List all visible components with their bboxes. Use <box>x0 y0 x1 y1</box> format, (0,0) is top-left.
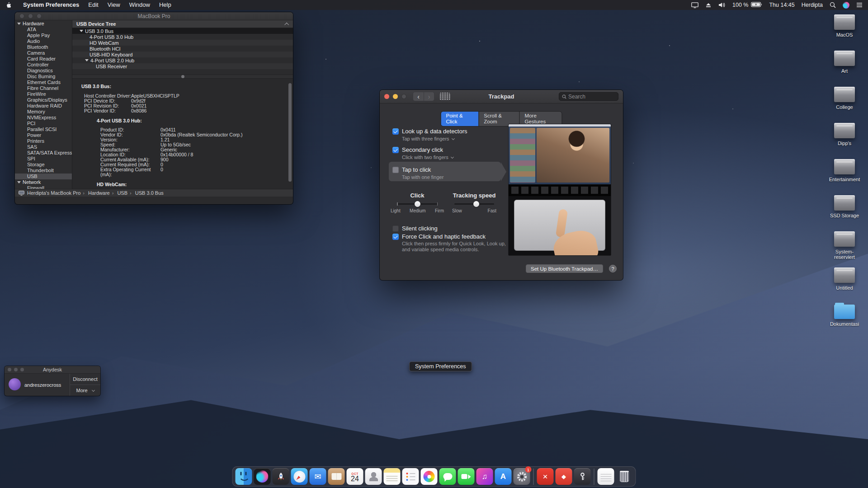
desktop-icon[interactable]: System-reserviert <box>827 230 862 266</box>
desktop-icon[interactable]: Untitled <box>834 266 855 302</box>
disclosure-triangle-icon[interactable] <box>85 59 89 61</box>
forward-button[interactable]: › <box>424 92 434 101</box>
sidebar-item[interactable]: Storage <box>15 162 72 168</box>
dock-icon-key-tool[interactable] <box>574 468 591 485</box>
details-scrollbar-thumb[interactable] <box>288 83 292 182</box>
sidebar-item[interactable]: Parallel SCSI <box>15 127 72 132</box>
tree-row[interactable]: HD WebCam <box>72 40 293 46</box>
secondary-click-checkbox[interactable] <box>392 147 399 153</box>
dock-icon-textedit[interactable] <box>598 468 614 485</box>
sidebar-item[interactable]: Disc Burning <box>15 74 72 80</box>
search-input[interactable] <box>568 94 615 100</box>
sidebar-section-network[interactable]: Network <box>15 179 72 185</box>
menu-item[interactable]: Edit <box>84 0 103 10</box>
dock-icon-itunes[interactable]: ♫ <box>476 468 493 485</box>
dock-icon-trash[interactable] <box>616 468 633 485</box>
sidebar-item[interactable]: Printers <box>15 138 72 144</box>
sidebar-item[interactable]: Thunderbolt <box>15 168 72 174</box>
tap-to-click-checkbox[interactable] <box>392 167 399 173</box>
tree-row[interactable]: 4-Port USB 2.0 Hub <box>72 57 293 63</box>
clock[interactable]: Thu 14:45 <box>769 2 794 8</box>
eject-icon[interactable] <box>705 2 712 8</box>
sidebar-item[interactable]: Graphics/Displays <box>15 97 72 103</box>
sidebar-item[interactable]: Card Reader <box>15 56 72 62</box>
dock-icon-safari[interactable] <box>291 468 308 485</box>
minimize-button[interactable] <box>393 94 398 99</box>
sidebar-item[interactable]: PCI <box>15 121 72 127</box>
anydesk-titlebar[interactable]: Anydesk <box>5 366 100 374</box>
desktop-icon[interactable]: Dipp's <box>834 121 855 157</box>
sidebar-item[interactable]: NVMExpress <box>15 115 72 121</box>
dock-icon-adobe-app-1[interactable]: × <box>537 468 554 485</box>
desktop-icon[interactable]: Entertainment <box>829 157 860 193</box>
dock-icon-app-store[interactable]: A <box>495 468 512 485</box>
dock-icon-messages[interactable] <box>439 468 456 485</box>
setup-bluetooth-trackpad-button[interactable]: Set Up Bluetooth Trackpad… <box>526 264 603 273</box>
dock-icon-photos[interactable] <box>421 468 438 485</box>
disclosure-triangle-icon[interactable] <box>80 30 83 32</box>
back-button[interactable]: ‹ <box>413 92 424 101</box>
dock-icon-books[interactable] <box>328 468 345 485</box>
tracking-slider-knob[interactable] <box>473 201 479 207</box>
dock-icon-launchpad[interactable] <box>273 468 289 485</box>
option-setting-dropdown[interactable]: Click with two fingers <box>402 155 453 160</box>
desktop-icon[interactable]: MacOS <box>834 13 855 49</box>
dock-icon-calendar[interactable]: OCT 24 <box>347 468 363 485</box>
sidebar-item[interactable]: SATA/SATA Express <box>15 150 72 156</box>
desktop-icon[interactable]: SSD Storage <box>830 193 859 230</box>
sidebar-item[interactable]: Apple Pay <box>15 33 72 38</box>
sidebar-item[interactable]: Memory <box>15 109 72 115</box>
dock-icon-facetime[interactable] <box>458 468 475 485</box>
tree-row[interactable]: USB-HID Keyboard <box>72 52 293 57</box>
zoom-button[interactable] <box>401 94 406 99</box>
sidebar-item[interactable]: Audio <box>15 38 72 44</box>
user-name[interactable]: Herdipta <box>802 2 823 8</box>
notification-center-icon[interactable] <box>856 2 863 8</box>
tree-row[interactable]: Bluetooth HCI <box>72 46 293 52</box>
sidebar-item[interactable]: Firewall <box>15 185 72 189</box>
more-button[interactable]: More <box>70 385 100 396</box>
desktop-icon[interactable]: College <box>834 85 855 121</box>
sidebar-item[interactable]: Fibre Channel <box>15 85 72 91</box>
menu-item[interactable]: Help <box>155 0 176 10</box>
sidebar-item[interactable]: Controller <box>15 62 72 68</box>
desktop-icon[interactable]: Art <box>834 49 855 85</box>
system-information-titlebar[interactable]: MacBook Pro <box>15 12 293 20</box>
disconnect-button[interactable]: Disconnect <box>70 374 100 385</box>
tree-row[interactable]: USB Receiver <box>72 63 293 69</box>
help-button[interactable]: ? <box>609 265 617 272</box>
disclosure-triangle-icon[interactable] <box>17 181 21 183</box>
desktop-icon[interactable]: Dokumentasi <box>830 302 859 338</box>
dock-icon-contacts[interactable] <box>365 468 382 485</box>
sidebar-item[interactable]: ATA <box>15 27 72 33</box>
dock-icon-adobe-app-2[interactable]: ◆ <box>556 468 572 485</box>
tab[interactable]: Point & Click <box>441 112 479 126</box>
show-all-button[interactable] <box>439 92 451 101</box>
spotlight-icon[interactable] <box>830 2 836 8</box>
close-button[interactable] <box>384 94 389 99</box>
display-icon[interactable] <box>691 2 698 8</box>
dock-icon-siri[interactable] <box>254 468 271 485</box>
tree-row[interactable]: USB 3.0 Bus <box>72 28 293 34</box>
look-up-checkbox[interactable] <box>392 128 399 135</box>
silent-clicking-checkbox[interactable] <box>392 225 399 232</box>
dock-icon-reminders[interactable] <box>402 468 419 485</box>
click-slider[interactable] <box>397 203 438 205</box>
menu-item[interactable]: View <box>103 0 125 10</box>
dock-icon-mail[interactable]: ✉ <box>310 468 326 485</box>
click-slider-knob[interactable] <box>415 201 420 207</box>
disclosure-triangle-icon[interactable] <box>17 23 21 25</box>
sidebar-item[interactable]: Ethernet Cards <box>15 80 72 85</box>
sidebar-item[interactable]: FireWire <box>15 91 72 97</box>
sidebar-item[interactable]: Bluetooth <box>15 44 72 50</box>
trackpad-titlebar[interactable]: ‹ › Trackpad <box>380 90 623 103</box>
pane-splitter[interactable] <box>72 75 293 79</box>
sidebar-item[interactable]: SPI <box>15 156 72 162</box>
sidebar-item[interactable]: Power <box>15 132 72 138</box>
sidebar-item[interactable]: Hardware RAID <box>15 103 72 109</box>
siri-icon[interactable] <box>843 2 849 9</box>
menu-item[interactable]: Window <box>125 0 155 10</box>
sidebar-item[interactable]: SAS <box>15 144 72 150</box>
sidebar-section-hardware[interactable]: Hardware <box>15 21 72 27</box>
sidebar-item[interactable]: USB <box>15 174 72 179</box>
